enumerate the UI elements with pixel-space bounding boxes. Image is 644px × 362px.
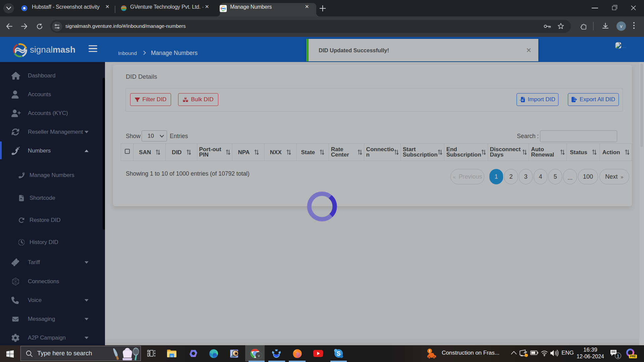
svg-text:!: ! [429, 349, 430, 354]
svg-text:S: S [336, 350, 340, 357]
